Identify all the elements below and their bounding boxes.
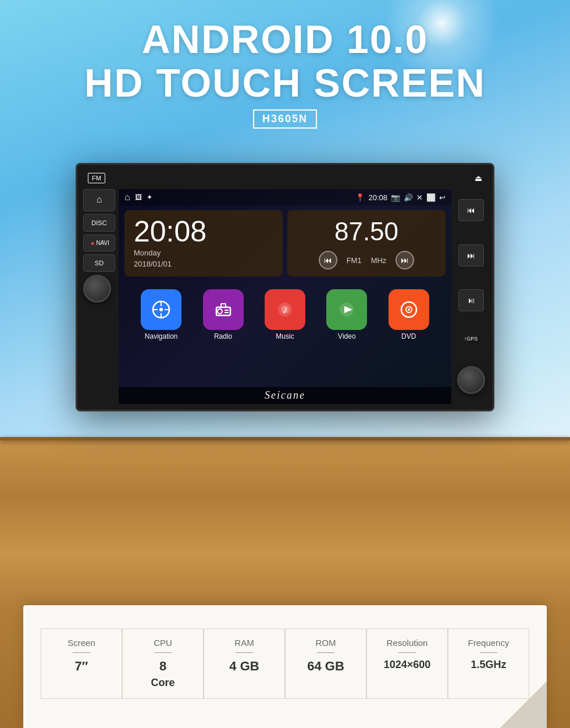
status-time: 20:08 [368, 193, 387, 202]
home-icon: ⌂ [124, 192, 130, 203]
date-display: 2018/01/01 [134, 260, 273, 268]
window-icon: ⬜ [426, 193, 436, 202]
spec-ram: RAM 4 GB [204, 628, 285, 699]
close-icon: ✕ [416, 193, 423, 202]
specs-grid: Screen 7″ CPU 8 Core RAM 4 GB ROM 64 GB … [41, 628, 529, 699]
camera-icon: 📷 [391, 193, 400, 202]
spec-rom-value: 64 GB [291, 659, 360, 674]
eject-button[interactable]: ⏏ [475, 173, 482, 183]
time-widget: 20:08 Monday 2018/01/01 [124, 210, 283, 276]
spec-divider-5 [480, 652, 497, 653]
navi-button[interactable]: 🔺NAVI [83, 235, 115, 251]
video-label: Video [338, 332, 355, 340]
right-knob[interactable] [457, 366, 485, 394]
video-app[interactable]: Video [326, 289, 367, 340]
model-badge: H3605N [253, 109, 317, 129]
spec-ram-label: RAM [210, 638, 279, 648]
radio-icon [203, 289, 244, 330]
radio-controls: ⏮ FM1 MHz ⏭ [297, 251, 436, 269]
music-app[interactable]: ♪ Music [265, 289, 305, 340]
spec-cpu-label: CPU [129, 638, 197, 648]
disc-button[interactable]: DISC [83, 214, 115, 232]
cpu-unit: Core [151, 677, 174, 688]
status-left: ⌂ 🖼 ✦ [124, 192, 152, 203]
music-label: Music [276, 332, 294, 340]
navigation-app[interactable]: Navigation [141, 289, 181, 340]
music-icon: ♪ [265, 289, 305, 330]
gallery-icon: 🖼 [135, 193, 142, 201]
gps-label: ↑GPS [463, 335, 479, 343]
status-bar: ⌂ 🖼 ✦ 📍 20:08 📷 🔊 ✕ ⬜ ↩ [119, 189, 451, 205]
settings-icon: ✦ [147, 193, 152, 201]
svg-rect-7 [221, 304, 226, 307]
status-icons: 📍 20:08 📷 🔊 ✕ ⬜ ↩ [355, 193, 446, 202]
android-screen[interactable]: ⌂ 🖼 ✦ 📍 20:08 📷 🔊 ✕ ⬜ ↩ [119, 189, 451, 404]
home-button[interactable]: ⌂ [83, 189, 115, 211]
location-icon: 📍 [355, 193, 365, 202]
prev-button[interactable]: ⏮ [319, 251, 337, 269]
spec-rom-label: ROM [291, 638, 360, 648]
volume-icon: 🔊 [404, 193, 413, 202]
android-display: ⌂ 🖼 ✦ 📍 20:08 📷 🔊 ✕ ⬜ ↩ [119, 189, 451, 387]
device-main-area: ⌂ DISC 🔺NAVI SD [83, 189, 487, 404]
radio-band: FM1 [347, 256, 362, 265]
radio-unit: MHz [371, 256, 387, 265]
radio-frequency: 87.50 [297, 217, 436, 246]
spec-ram-value: 4 GB [210, 659, 279, 674]
spec-frequency-label: Frequency [454, 638, 523, 648]
spec-divider-4 [398, 652, 416, 653]
spec-rom: ROM 64 GB [285, 628, 366, 699]
dvd-label: DVD [401, 332, 416, 340]
spec-frequency-value: 1.5GHz [454, 659, 523, 672]
car-stereo-device: FM ⏏ ⌂ DISC 🔺NAVI SD [76, 163, 494, 411]
dvd-app[interactable]: DVD [389, 289, 429, 340]
back-icon: ↩ [439, 193, 446, 202]
device-left-panel: ⌂ DISC 🔺NAVI SD [83, 189, 115, 404]
left-knob[interactable] [83, 275, 111, 303]
spec-resolution: Resolution 1024×600 [366, 628, 448, 699]
step-button[interactable]: ⏯ [458, 289, 484, 311]
brand-logo: Seicane [119, 387, 451, 404]
svg-point-18 [408, 308, 410, 311]
spec-cpu: CPU 8 Core [122, 628, 204, 699]
radio-app[interactable]: Radio [203, 289, 244, 340]
next-button[interactable]: ⏭ [396, 251, 414, 269]
spec-cpu-value: 8 Core [129, 659, 197, 690]
radio-widget: 87.50 ⏮ FM1 MHz ⏭ [287, 210, 446, 276]
main-title: ANDROID 10.0 HD TOUCH SCREEN [84, 17, 486, 105]
header-section: ANDROID 10.0 HD TOUCH SCREEN H3605N [84, 17, 486, 129]
specs-card: Screen 7″ CPU 8 Core RAM 4 GB ROM 64 GB … [23, 605, 547, 728]
spec-screen-value: 7″ [47, 659, 116, 674]
brand-name: Seicane [265, 389, 305, 401]
dvd-icon [389, 289, 429, 330]
radio-label: Radio [214, 332, 232, 340]
widget-area: 20:08 Monday 2018/01/01 87.50 ⏮ FM1 MHz [119, 205, 451, 281]
fm-label: FM [88, 173, 105, 183]
sd-button[interactable]: SD [83, 254, 115, 272]
svg-point-1 [159, 308, 163, 311]
device-right-panel: ⏮ ⏭ ⏯ ↑GPS [455, 189, 487, 404]
spec-divider-1 [154, 652, 172, 653]
svg-point-8 [218, 309, 222, 314]
navigation-icon [141, 289, 181, 330]
svg-text:♪: ♪ [282, 304, 287, 315]
video-icon [326, 289, 367, 330]
spec-resolution-value: 1024×600 [373, 659, 441, 672]
device-top-bar: FM ⏏ [83, 171, 487, 186]
spec-screen-label: Screen [47, 638, 116, 648]
day-display: Monday [134, 248, 273, 257]
spec-screen: Screen 7″ [41, 628, 122, 699]
spec-divider-0 [73, 652, 90, 653]
skip-next-button[interactable]: ⏭ [458, 244, 484, 267]
app-grid: Navigation [119, 283, 451, 346]
spec-frequency: Frequency 1.5GHz [448, 628, 529, 699]
spec-divider-3 [317, 652, 334, 653]
cpu-number: 8 [159, 659, 166, 673]
skip-prev-button[interactable]: ⏮ [458, 199, 484, 221]
clock-display: 20:08 [134, 217, 273, 246]
svg-rect-6 [216, 307, 230, 315]
spec-divider-2 [236, 652, 253, 653]
device-body: FM ⏏ ⌂ DISC 🔺NAVI SD [76, 163, 494, 411]
navigation-label: Navigation [145, 332, 178, 340]
spec-resolution-label: Resolution [373, 638, 441, 648]
